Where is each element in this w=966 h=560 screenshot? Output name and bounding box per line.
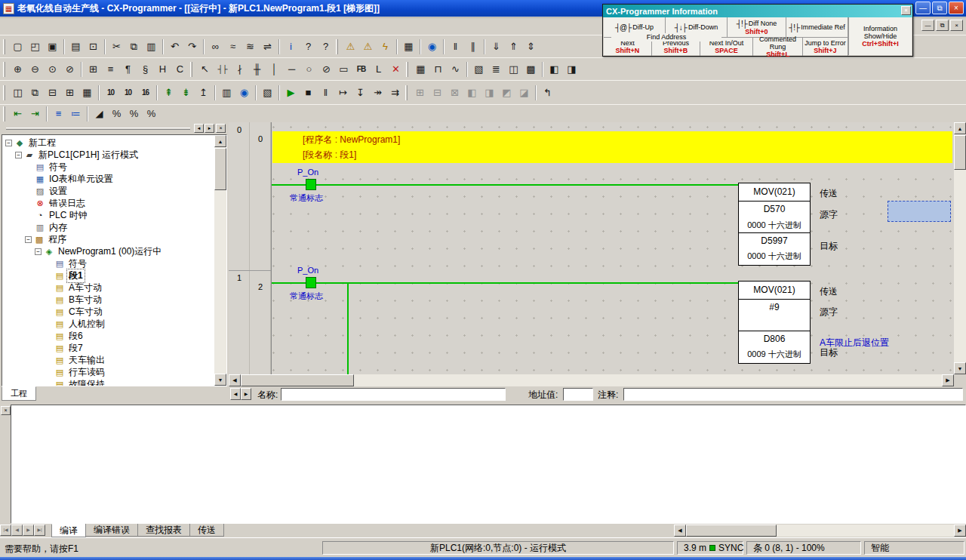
contact-p-on[interactable] — [306, 277, 316, 288]
sim-run-continuous-icon[interactable]: ↠ — [369, 85, 386, 101]
restore-button[interactable]: ⧉ — [932, 2, 947, 14]
selection-mode-icon[interactable]: ↖ — [196, 61, 214, 78]
previous-reference-icon[interactable]: ⇞ — [160, 85, 177, 101]
sim-scan-2-icon[interactable]: ◨ — [481, 85, 498, 101]
toolbar-grip-icon[interactable] — [3, 62, 5, 77]
cross-reference-icon[interactable]: ⇌ — [259, 38, 276, 55]
tree-item[interactable]: −◆新工程 — [3, 137, 214, 149]
differential-monitor-icon[interactable]: ⊓ — [429, 61, 447, 78]
output-tab[interactable]: 传送 — [189, 524, 224, 537]
new-fb-invocation-icon[interactable]: FB — [352, 61, 370, 78]
tab-scroll-prev-icon[interactable]: ◀ — [11, 525, 23, 536]
context-help-icon[interactable]: ? — [317, 38, 334, 55]
zoom-in-icon[interactable]: ⊕ — [9, 61, 26, 78]
find-replace-icon[interactable]: ≈ — [224, 38, 242, 55]
symbol-detail-view-icon[interactable]: ≔ — [67, 106, 85, 122]
ladder-hscroll-thumb[interactable] — [241, 374, 354, 386]
show-rung-comments-icon[interactable]: ≡ — [102, 61, 119, 78]
zoom-100-icon[interactable]: % — [143, 106, 160, 122]
print-preview-icon[interactable]: ⊡ — [85, 38, 102, 55]
ladder-cursor[interactable] — [888, 201, 951, 222]
close-project-panel-button[interactable]: × — [216, 124, 226, 133]
output-scroll-left-icon[interactable]: ◀ — [674, 525, 686, 537]
monitor-data-icon[interactable]: ◉ — [235, 85, 253, 101]
tile-vertically-icon[interactable]: ⊞ — [61, 85, 78, 101]
dock-left-button[interactable]: ◂ — [194, 124, 204, 133]
zoom-default-icon[interactable]: ⊘ — [61, 61, 78, 78]
new-window-icon[interactable]: ◫ — [9, 85, 26, 101]
new-jump-label-icon[interactable]: L — [370, 61, 387, 78]
tree-item[interactable]: −▩程序 — [3, 233, 214, 245]
tab-scroll-first-icon[interactable]: |◀ — [0, 525, 11, 536]
find-icon[interactable]: ∞ — [207, 38, 224, 55]
tree-item[interactable]: −◈NewProgram1 (00)运行中 — [3, 245, 214, 257]
print-icon[interactable]: ▤ — [67, 38, 85, 55]
minimize-button[interactable]: — — [915, 2, 931, 14]
go-to-output-icon[interactable]: ↥ — [195, 85, 212, 101]
ladder-scroll-right-icon[interactable]: ▶ — [942, 374, 954, 386]
zoom-to-selection-icon[interactable]: ◢ — [91, 106, 108, 122]
output-scroll-right-icon[interactable]: ▶ — [954, 525, 966, 537]
program-check-icon[interactable]: ▦ — [400, 38, 417, 55]
font-size-16-icon[interactable]: 16 — [137, 85, 154, 101]
toolbar-grip-icon[interactable] — [190, 62, 192, 77]
ladder-scroll-up-icon[interactable]: ▲ — [954, 122, 966, 134]
info-window-titlebar[interactable]: CX-Programmer Information × — [603, 5, 912, 17]
zoom-out-icon[interactable]: ⊖ — [26, 61, 44, 78]
tab-scroll-last-icon[interactable]: ▶| — [34, 525, 45, 536]
info-shortcut-cell[interactable]: Commented RungShift+L — [753, 38, 803, 56]
open-file-icon[interactable]: ◰ — [26, 38, 44, 55]
redo-icon[interactable]: ↷ — [183, 38, 201, 55]
new-vertical-line-icon[interactable]: │ — [266, 61, 283, 78]
toolbar-grip-icon[interactable] — [3, 106, 5, 122]
toolbar-grip-icon[interactable] — [336, 39, 338, 54]
view-split-icon[interactable]: ◫ — [505, 61, 522, 78]
new-coil-icon[interactable]: ○ — [300, 61, 318, 78]
symbol-bar-next-icon[interactable]: ▶ — [241, 388, 251, 400]
tree-item[interactable]: ▤人机控制 — [3, 318, 214, 330]
sim-run-icon[interactable]: ▶ — [282, 85, 300, 101]
zoom-25-icon[interactable]: % — [108, 106, 125, 122]
font-size-10-icon[interactable]: 10 — [102, 85, 119, 101]
paste-icon[interactable]: ▥ — [143, 38, 160, 55]
view-windows-icon[interactable]: ▩ — [522, 61, 540, 78]
font-size-10-alt-icon[interactable]: 10 — [119, 85, 137, 101]
output-hscroll-thumb[interactable] — [686, 525, 777, 537]
monitor-hex-icon[interactable]: H — [154, 61, 171, 78]
pause-icon[interactable]: ‖ — [447, 38, 464, 55]
tree-item[interactable]: ▤段6 — [3, 330, 214, 342]
work-online-icon[interactable]: ◉ — [423, 38, 441, 55]
tab-scroll-next-icon[interactable]: ▶ — [23, 525, 34, 536]
output-tab[interactable]: 编译错误 — [85, 524, 138, 537]
close-button[interactable]: × — [949, 2, 964, 14]
new-horizontal-line-icon[interactable]: ─ — [283, 61, 300, 78]
tree-item[interactable]: ▤B车寸动 — [3, 294, 214, 306]
sim-scan-4-icon[interactable]: ◪ — [515, 85, 533, 101]
compile-all-icon[interactable]: ⚠ — [359, 38, 377, 55]
view-ladder-icon[interactable]: ▧ — [470, 61, 488, 78]
info-shortcut-cell[interactable]: Jump to ErrorShift+J — [803, 38, 848, 56]
sim-step-icon[interactable]: ↦ — [334, 85, 352, 101]
sim-scan-3-icon[interactable]: ◩ — [498, 85, 515, 101]
tile-horizontally-icon[interactable]: ⊟ — [44, 85, 61, 101]
data-trace-icon[interactable]: ∿ — [447, 61, 464, 78]
toolbar-grip-icon[interactable] — [3, 85, 5, 100]
output-tab[interactable]: 编译 — [51, 524, 86, 537]
new-or-contact-icon[interactable]: ╫ — [248, 61, 266, 78]
show-io-comments-icon[interactable]: C — [171, 61, 189, 78]
sim-pause-icon[interactable]: ‖ — [317, 85, 334, 101]
watch-window-icon[interactable]: ▦ — [412, 61, 429, 78]
sim-scan-1-icon[interactable]: ◧ — [463, 85, 481, 101]
mdi-minimize-button[interactable]: — — [921, 20, 934, 31]
tree-item[interactable]: ▥内存 — [3, 221, 214, 233]
copy-icon[interactable]: ⧉ — [125, 38, 143, 55]
sim-run-to-cursor-icon[interactable]: ⇉ — [386, 85, 404, 101]
sim-breakpoint-2-icon[interactable]: ⊟ — [429, 85, 446, 101]
pause-monitoring-icon[interactable]: ∥ — [464, 38, 481, 55]
comment-input[interactable] — [623, 388, 963, 401]
tree-item[interactable]: ⊗错误日志 — [3, 197, 214, 209]
close-output-button[interactable]: × — [1, 406, 11, 415]
dock-right-button[interactable]: ▸ — [205, 124, 214, 133]
toolbar-grip-icon[interactable] — [406, 62, 408, 77]
new-instruction-icon[interactable]: ▭ — [335, 61, 352, 78]
